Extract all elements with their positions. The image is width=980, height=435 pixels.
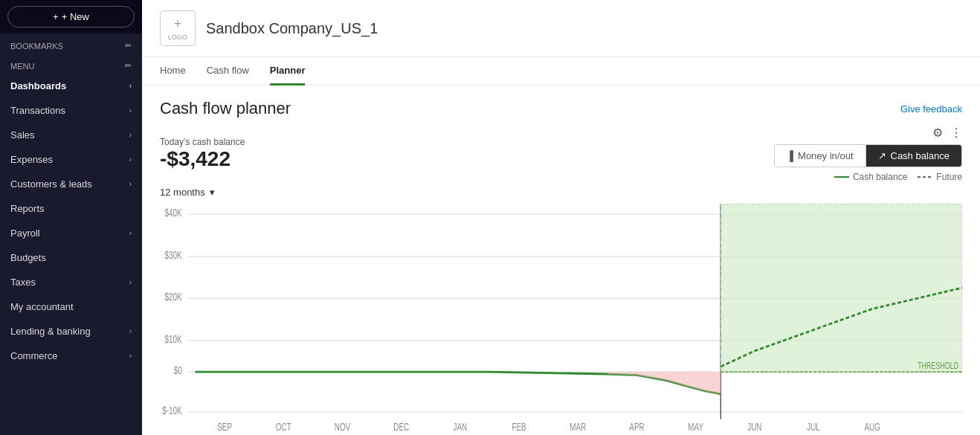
- expenses-label: Expenses: [10, 154, 53, 165]
- right-controls: ⚙ ⋮ ▐ Money in/out ↗ Cash balance: [774, 126, 962, 182]
- company-logo: + LOGO: [160, 10, 196, 46]
- sidebar-item-sales[interactable]: Sales ›: [0, 123, 142, 147]
- svg-text:$30K: $30K: [165, 249, 182, 261]
- chevron-right-icon: ›: [129, 278, 132, 286]
- reports-label: Reports: [10, 203, 45, 214]
- time-filter-label: 12 months: [160, 187, 205, 198]
- sidebar-item-lending-banking[interactable]: Lending & banking ›: [0, 319, 142, 344]
- chevron-down-icon: ▾: [210, 187, 215, 198]
- sidebar-item-expenses[interactable]: Expenses ›: [0, 147, 142, 172]
- chevron-right-icon: ›: [129, 229, 132, 237]
- svg-text:OCT: OCT: [276, 422, 291, 434]
- icon-row: ⚙ ⋮: [932, 126, 962, 140]
- logo-plus-icon: +: [174, 16, 182, 32]
- svg-text:NOV: NOV: [335, 422, 351, 434]
- sidebar-item-dashboards[interactable]: Dashboards ›: [0, 74, 142, 98]
- cash-balance-toggle[interactable]: ↗ Cash balance: [866, 145, 962, 167]
- svg-text:THRESHOLD: THRESHOLD: [918, 360, 958, 370]
- svg-text:$10K: $10K: [165, 333, 182, 345]
- svg-text:$20K: $20K: [165, 291, 182, 303]
- chevron-right-icon: ›: [129, 131, 132, 139]
- balance-info: Today's cash balance -$3,422: [160, 137, 245, 171]
- tab-home[interactable]: Home: [160, 57, 186, 86]
- menu-label: MENU: [10, 62, 34, 71]
- today-cash-balance-label: Today's cash balance: [160, 137, 245, 147]
- my-accountant-label: My accountant: [10, 301, 74, 312]
- svg-text:MAR: MAR: [570, 422, 586, 434]
- sidebar-item-taxes[interactable]: Taxes ›: [0, 270, 142, 294]
- svg-text:JUL: JUL: [807, 422, 820, 434]
- give-feedback-link[interactable]: Give feedback: [900, 103, 962, 115]
- legend-solid-line: [834, 176, 849, 178]
- new-button-label: + New: [62, 11, 89, 22]
- menu-edit-icon[interactable]: ✏: [125, 61, 132, 71]
- sidebar-item-my-accountant[interactable]: My accountant: [0, 294, 142, 319]
- transactions-label: Transactions: [10, 105, 65, 116]
- cash-balance-label: Cash balance: [891, 150, 950, 161]
- new-button[interactable]: + + New: [7, 6, 135, 28]
- svg-text:JUN: JUN: [747, 422, 761, 434]
- main-content: + LOGO Sandbox Company_US_1 Home Cash fl…: [142, 0, 980, 435]
- sidebar-item-payroll[interactable]: Payroll ›: [0, 221, 142, 245]
- edit-icon[interactable]: ✏: [125, 41, 132, 51]
- sidebar-item-transactions[interactable]: Transactions ›: [0, 98, 142, 123]
- more-options-icon-button[interactable]: ⋮: [950, 126, 962, 140]
- commerce-label: Commerce: [10, 350, 58, 361]
- svg-text:APR: APR: [629, 422, 644, 434]
- legend-row: Cash balance Future: [834, 172, 962, 182]
- chevron-right-icon: ›: [129, 106, 132, 115]
- plus-icon: +: [53, 11, 59, 22]
- sidebar-item-reports[interactable]: Reports: [0, 196, 142, 221]
- settings-icon-button[interactable]: ⚙: [932, 126, 943, 140]
- svg-text:JAN: JAN: [454, 422, 468, 434]
- chart-controls-row: Today's cash balance -$3,422 ⚙ ⋮ ▐ Money…: [160, 126, 962, 182]
- legend-cash-balance: Cash balance: [834, 172, 907, 182]
- toggle-group: ▐ Money in/out ↗ Cash balance: [774, 144, 962, 167]
- content-header: Cash flow planner Give feedback: [160, 99, 962, 118]
- menu-section: MENU ✏: [0, 54, 142, 74]
- svg-rect-26: [721, 204, 962, 372]
- taxes-label: Taxes: [10, 277, 36, 288]
- svg-text:MAY: MAY: [688, 422, 703, 434]
- svg-text:$40K: $40K: [165, 207, 182, 219]
- legend-cash-balance-label: Cash balance: [853, 172, 907, 182]
- svg-text:DEC: DEC: [393, 422, 409, 434]
- sales-label: Sales: [10, 129, 35, 141]
- svg-text:SEP: SEP: [217, 422, 232, 434]
- sidebar-item-budgets[interactable]: Budgets: [0, 245, 142, 270]
- svg-text:FEB: FEB: [512, 422, 526, 434]
- nav-tabs: Home Cash flow Planner: [142, 57, 980, 86]
- lending-banking-label: Lending & banking: [10, 326, 91, 337]
- svg-text:$-10K: $-10K: [162, 405, 181, 416]
- chevron-right-icon: ›: [129, 82, 132, 90]
- dashboards-label: Dashboards: [10, 80, 66, 91]
- legend-dashed-line: [918, 176, 932, 178]
- bookmarks-section: BOOKMARKS ✏: [0, 33, 142, 54]
- bar-chart-icon: ▐: [787, 150, 793, 161]
- tab-cash-flow[interactable]: Cash flow: [207, 57, 249, 86]
- legend-future-label: Future: [936, 172, 962, 182]
- chart-area: $40K $30K $20K $10K $0 $-10K SEP OCT NOV…: [160, 204, 962, 435]
- legend-future: Future: [918, 172, 962, 182]
- money-in-out-toggle[interactable]: ▐ Money in/out: [775, 145, 866, 167]
- content-area: Cash flow planner Give feedback Today's …: [142, 86, 980, 435]
- time-filter[interactable]: 12 months ▾: [160, 187, 962, 198]
- sidebar-item-customers-leads[interactable]: Customers & leads ›: [0, 172, 142, 196]
- chevron-right-icon: ›: [129, 327, 132, 335]
- cash-flow-chart: $40K $30K $20K $10K $0 $-10K SEP OCT NOV…: [160, 204, 962, 435]
- company-header: + LOGO Sandbox Company_US_1: [142, 0, 980, 57]
- line-chart-icon: ↗: [878, 150, 886, 161]
- tab-planner[interactable]: Planner: [270, 57, 306, 86]
- bookmarks-label: BOOKMARKS: [10, 42, 63, 51]
- chevron-right-icon: ›: [129, 180, 132, 188]
- svg-text:AUG: AUG: [865, 422, 880, 434]
- balance-value: -$3,422: [160, 147, 245, 171]
- sidebar: + + New BOOKMARKS ✏ MENU ✏ Dashboards › …: [0, 0, 142, 435]
- page-title: Cash flow planner: [160, 99, 291, 118]
- payroll-label: Payroll: [10, 228, 40, 239]
- sidebar-top: + + New: [0, 0, 142, 33]
- money-in-out-label: Money in/out: [798, 150, 853, 161]
- customers-leads-label: Customers & leads: [10, 178, 92, 190]
- chevron-right-icon: ›: [129, 155, 132, 164]
- sidebar-item-commerce[interactable]: Commerce ›: [0, 344, 142, 368]
